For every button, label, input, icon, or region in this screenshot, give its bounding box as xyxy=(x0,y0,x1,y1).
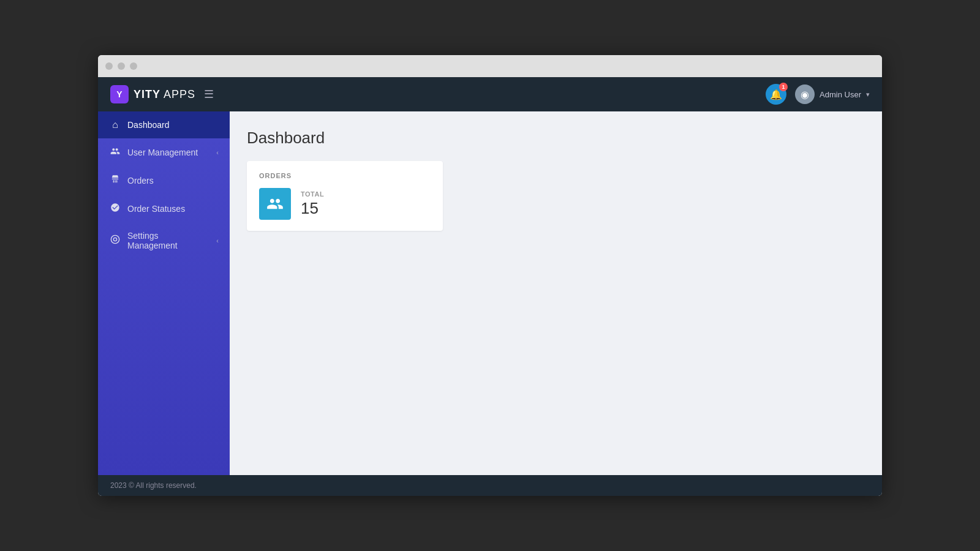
logo-box: Y YITY APPS xyxy=(110,85,195,103)
avatar: ◉ xyxy=(795,84,815,104)
app-layout: Y YITY APPS ☰ 🔔 1 ◉ Admin User ▾ xyxy=(98,77,882,496)
notification-button[interactable]: 🔔 1 xyxy=(766,84,786,105)
browser-window: Y YITY APPS ☰ 🔔 1 ◉ Admin User ▾ xyxy=(98,55,882,496)
sidebar-item-label-dashboard: Dashboard xyxy=(127,120,219,130)
username-label: Admin User xyxy=(820,90,861,99)
user-area[interactable]: ◉ Admin User ▾ xyxy=(795,84,870,104)
orders-icon-box xyxy=(259,188,291,220)
notification-badge: 1 xyxy=(779,83,788,91)
sidebar-item-label-order-statuses: Order Statuses xyxy=(127,204,219,214)
topbar-right: 🔔 1 ◉ Admin User ▾ xyxy=(766,84,870,105)
browser-bar xyxy=(98,55,882,77)
browser-dot-3 xyxy=(130,62,137,70)
settings-icon xyxy=(109,234,121,247)
user-icon xyxy=(109,146,121,159)
sidebar-item-label-orders: Orders xyxy=(127,176,219,186)
orders-stat-row: TOTAL 15 xyxy=(259,188,431,220)
page-title: Dashboard xyxy=(247,129,865,148)
browser-dot-1 xyxy=(105,62,113,70)
topbar: Y YITY APPS ☰ 🔔 1 ◉ Admin User ▾ xyxy=(98,77,882,111)
orders-card-title: ORDERS xyxy=(259,172,431,179)
sidebar-item-order-statuses[interactable]: Order Statuses xyxy=(98,195,230,223)
home-icon: ⌂ xyxy=(109,119,121,130)
order-statuses-icon xyxy=(109,203,121,215)
logo-light: APPS xyxy=(160,88,195,100)
sidebar-item-settings-management[interactable]: Settings Management ‹ xyxy=(98,223,230,258)
user-management-chevron-icon: ‹ xyxy=(216,149,219,156)
hamburger-icon[interactable]: ☰ xyxy=(204,88,214,101)
stat-label: TOTAL xyxy=(301,190,324,198)
orders-card: ORDERS TOTAL 15 xyxy=(247,161,443,231)
sidebar-item-dashboard[interactable]: ⌂ Dashboard xyxy=(98,111,230,138)
sidebar-item-label-user-management: User Management xyxy=(127,148,210,157)
sidebar-item-orders[interactable]: Orders xyxy=(98,167,230,195)
sidebar-item-user-management[interactable]: User Management ‹ xyxy=(98,138,230,167)
footer: 2023 © All rights reserved. xyxy=(98,475,882,496)
logo-text: YITY APPS xyxy=(134,88,195,101)
logo-bold: YITY xyxy=(134,88,160,100)
sidebar-item-label-settings-management: Settings Management xyxy=(127,231,210,250)
stat-value: 15 xyxy=(301,199,324,218)
topbar-left: Y YITY APPS ☰ xyxy=(110,85,214,103)
settings-chevron-icon: ‹ xyxy=(216,237,219,244)
sidebar: ⌂ Dashboard User Management ‹ Orders xyxy=(98,111,230,475)
logo-icon: Y xyxy=(110,85,129,103)
orders-icon xyxy=(109,174,121,187)
user-chevron-icon: ▾ xyxy=(866,91,870,99)
main-area: ⌂ Dashboard User Management ‹ Orders xyxy=(98,111,882,475)
content-area: Dashboard ORDERS TOTAL 15 xyxy=(230,111,882,475)
footer-text: 2023 © All rights reserved. xyxy=(110,481,197,490)
browser-dot-2 xyxy=(118,62,125,70)
stat-info: TOTAL 15 xyxy=(301,190,324,218)
orders-stat-icon xyxy=(266,195,284,212)
